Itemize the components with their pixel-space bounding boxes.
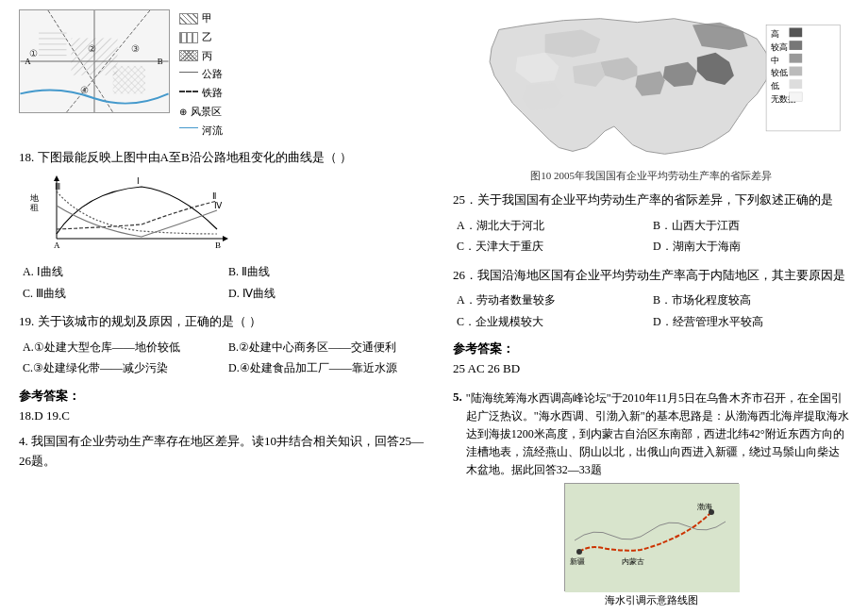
svg-text:渤海: 渤海 — [697, 503, 712, 511]
legend-rail: 铁路 — [179, 84, 223, 103]
question-25: 25．关于我国国有企业平均劳动生产率的省际差异，下列叙述正确的是 A．湖北大于河… — [453, 191, 849, 257]
svg-text:Ⅲ: Ⅲ — [55, 182, 60, 191]
right-answer-content: 25 AC 26 BD — [453, 357, 849, 379]
svg-rect-35 — [790, 54, 803, 63]
svg-text:内蒙古: 内蒙古 — [622, 557, 644, 566]
q19-text: 19. 关于该城市的规划及原因，正确的是（ ） — [19, 312, 434, 332]
q18-option-d: D. Ⅳ曲线 — [228, 284, 434, 303]
svg-rect-31 — [790, 28, 803, 38]
city-map-sketch: ① ② ③ ④ A B — [19, 9, 170, 113]
q26-option-a: A．劳动者数量较多 — [457, 290, 653, 309]
svg-text:新疆: 新疆 — [570, 557, 585, 566]
map-legend: 甲 乙 丙 公路 铁路 ⊕ — [179, 9, 223, 141]
svg-text:Ⅰ: Ⅰ — [137, 176, 140, 186]
q25-text: 25．关于我国国有企业平均劳动生产率的省际差异，下列叙述正确的是 — [453, 191, 849, 210]
q19-option-c: C.③处建绿化带——减少污染 — [23, 358, 228, 377]
legend-scenic: ⊕ 风景区 — [179, 103, 223, 122]
q26-text: 26．我国沿海地区国有企业平均劳动生产率高于内陆地区，其主要原因是 — [453, 266, 849, 286]
svg-rect-5 — [39, 29, 66, 57]
china-map-svg: 高 较高 中 较低 低 无数据 — [453, 9, 849, 165]
legend-road: 公路 — [179, 65, 223, 84]
q19-option-b: B.②处建中心商务区——交通便利 — [228, 338, 434, 357]
left-column: ① ② ③ ④ A B — [19, 9, 434, 607]
explanation-text: "陆海统筹海水西调高峰论坛"于2010年11月5日在乌鲁木齐市召开，在全国引起广… — [466, 390, 849, 480]
svg-marker-27 — [54, 175, 59, 181]
legend-jia: 甲 — [179, 9, 223, 28]
map-area: ① ② ③ ④ A B — [19, 9, 434, 141]
svg-text:低: 低 — [771, 81, 779, 91]
q18-options: A. Ⅰ曲线 B. Ⅱ曲线 C. Ⅲ曲线 D. Ⅳ曲线 — [19, 262, 434, 303]
svg-text:A: A — [54, 241, 60, 250]
explanation-section: 5. "陆海统筹海水西调高峰论坛"于2010年11月5日在乌鲁木齐市召开，在全国… — [453, 390, 849, 608]
q26-option-c: C．企业规模较大 — [457, 312, 653, 331]
route-map: 渤海 新疆 内蒙古 — [564, 483, 739, 591]
svg-text:B: B — [158, 57, 163, 66]
left-answer-title: 参考答案： — [19, 388, 434, 405]
right-column: 高 较高 中 较低 低 无数据 图10 2005年我国国有企业平均劳动生产率的省… — [453, 9, 849, 607]
svg-rect-41 — [790, 92, 803, 102]
question-19: 19. 关于该城市的规划及原因，正确的是（ ） A.①处建大型仓库——地价较低 … — [19, 312, 434, 378]
page-container: ① ② ③ ④ A B — [19, 9, 849, 607]
right-answers: 参考答案： 25 AC 26 BD — [453, 340, 849, 379]
q18-text: 18. 下图最能反映上图中由A至B沿公路地租变化的曲线是（ ） — [19, 148, 434, 168]
altitude-graph: 地 租 A B Ⅰ Ⅱ Ⅲ Ⅳ — [28, 173, 236, 253]
svg-point-44 — [576, 549, 582, 555]
svg-text:较低: 较低 — [771, 68, 788, 77]
bottom-map-caption: 海水引调示意路线图 — [453, 593, 849, 607]
svg-text:②: ② — [88, 43, 96, 54]
svg-rect-39 — [790, 79, 803, 89]
q25-option-c: C．天津大于重庆 — [457, 237, 653, 256]
q25-options: A．湖北大于河北 B．山西大于江西 C．天津大于重庆 D．湖南大于海南 — [453, 216, 849, 257]
explanation-number: 5. — [453, 390, 462, 480]
legend-river: 河流 — [179, 122, 223, 141]
q25-option-b: B．山西大于江西 — [653, 216, 849, 235]
q18-option-a: A. Ⅰ曲线 — [23, 262, 228, 281]
q18-option-c: C. Ⅲ曲线 — [23, 284, 228, 303]
svg-rect-6 — [113, 66, 145, 93]
q26-options: A．劳动者数量较多 B．市场化程度较高 C．企业规模较大 D．经营管理水平较高 — [453, 290, 849, 331]
q26-option-b: B．市场化程度较高 — [653, 290, 849, 309]
svg-rect-33 — [790, 41, 803, 50]
question-18: 18. 下图最能反映上图中由A至B沿公路地租变化的曲线是（ ） 地 租 A B … — [19, 148, 434, 304]
svg-text:④: ④ — [80, 85, 89, 95]
q18-option-b: B. Ⅱ曲线 — [228, 262, 434, 281]
q25-option-d: D．湖南大于海南 — [653, 237, 849, 256]
svg-rect-29 — [766, 25, 840, 131]
svg-marker-28 — [223, 236, 228, 241]
svg-text:Ⅳ: Ⅳ — [214, 201, 223, 210]
svg-rect-42 — [565, 484, 740, 592]
svg-text:A: A — [25, 57, 31, 66]
svg-text:较高: 较高 — [771, 42, 788, 52]
svg-text:高: 高 — [771, 29, 779, 39]
svg-text:中: 中 — [771, 56, 779, 65]
left-answer-content: 18.D 19.C — [19, 405, 434, 426]
svg-text:B: B — [215, 241, 221, 250]
china-map-container: 高 较高 中 较低 低 无数据 — [453, 9, 849, 165]
right-answer-title: 参考答案： — [453, 340, 849, 357]
q19-option-d: D.④处建食品加工厂——靠近水源 — [228, 358, 434, 377]
q19-option-a: A.①处建大型仓库——地价较低 — [23, 338, 228, 357]
q4-intro: 4. 我国国有企业劳动生产率存在地区差异。读10井结合相关知识，回答25—26题… — [19, 432, 434, 472]
q25-option-a: A．湖北大于河北 — [457, 216, 653, 235]
svg-text:地: 地 — [29, 193, 39, 203]
question-26: 26．我国沿海地区国有企业平均劳动生产率高于内陆地区，其主要原因是 A．劳动者数… — [453, 266, 849, 332]
q19-options: A.①处建大型仓库——地价较低 B.②处建中心商务区——交通便利 C.③处建绿化… — [19, 338, 434, 378]
legend-yi: 乙 — [179, 28, 223, 47]
svg-text:③: ③ — [131, 43, 140, 54]
map-caption: 图10 2005年我国国有企业平均劳动生产率的省际差异 — [453, 169, 849, 183]
svg-rect-37 — [790, 67, 803, 76]
svg-text:租: 租 — [30, 203, 39, 212]
left-answers: 参考答案： 18.D 19.C — [19, 388, 434, 426]
q26-option-d: D．经营管理水平较高 — [653, 312, 849, 331]
legend-bing: 丙 — [179, 47, 223, 66]
svg-text:Ⅱ: Ⅱ — [212, 191, 216, 201]
q4-intro-text: 4. 我国国有企业劳动生产率存在地区差异。读10井结合相关知识，回答25—26题… — [19, 432, 434, 472]
